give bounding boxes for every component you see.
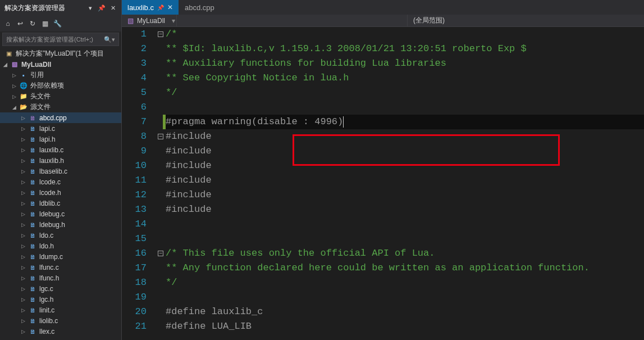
project-node[interactable]: ◢ ▧ MyLuaDll [0,59,121,70]
file-item[interactable]: ▷🗎llex.c [0,326,121,337]
file-item[interactable]: ▷🗎lauxlib.h [0,155,121,166]
code-line[interactable]: */ [166,85,644,100]
code-line[interactable]: #include [166,144,644,158]
fold-column[interactable]: −−− [156,27,166,340]
file-item[interactable]: ▷🗎ldump.c [0,251,121,262]
file-item[interactable]: ▷🗎ldebug.h [0,219,121,230]
file-item[interactable]: ▷🗎abcd.cpp [0,112,121,123]
chevron-down-icon[interactable]: ▾ [171,17,176,25]
file-item[interactable]: ▷🗎lcode.c [0,176,121,187]
file-item[interactable]: ▷🗎lauxlib.c [0,144,121,155]
file-item[interactable]: ▷🗎ldo.c [0,230,121,241]
close-icon[interactable]: ✕ [167,3,173,11]
file-item[interactable]: ▷🗎lapi.h [0,134,121,144]
code-line[interactable]: #include [166,202,644,217]
solution-icon: ▣ [4,49,13,58]
file-item[interactable]: ▷🗎lfunc.c [0,262,121,273]
code-line[interactable]: #include [166,188,644,202]
back-icon[interactable]: ↩ [16,19,25,28]
expander-icon[interactable]: ▷ [20,329,26,334]
file-item[interactable]: ▷🗎lgc.h [0,294,121,305]
expander-icon[interactable]: ▷ [11,94,17,99]
code-line[interactable]: #include [166,158,644,173]
expander-icon[interactable]: ▷ [20,275,26,281]
code-line[interactable]: ** See Copyright Notice in lua.h [166,71,644,85]
search-input[interactable]: 搜索解决方案资源管理器(Ctrl+;) 🔍 ▾ [2,33,119,46]
file-item[interactable]: ▷🗎lbaselib.c [0,166,121,176]
code-line[interactable]: /* [166,27,644,42]
code-lines[interactable]: /*** $Id: lauxlib.c,v 1.159.1.3 2008/01/… [166,27,644,340]
expander-icon[interactable]: ▷ [20,307,26,313]
headers-node[interactable]: ▷ 📁 头文件 [0,91,121,102]
expander-icon[interactable]: ▷ [20,233,26,238]
expander-icon[interactable]: ▷ [20,169,26,174]
sources-node[interactable]: ◢ 📂 源文件 [0,102,121,112]
file-item[interactable]: ▷🗎ldblib.c [0,198,121,208]
show-all-icon[interactable]: ▦ [40,19,49,28]
code-line[interactable]: #include [166,173,644,188]
code-line[interactable]: #define lauxlib_c [166,305,644,319]
expander-icon[interactable]: ▷ [20,265,26,270]
expander-icon[interactable]: ▷ [11,72,17,78]
file-item[interactable]: ▷🗎liolib.c [0,315,121,326]
code-line[interactable] [166,100,644,115]
expander-icon[interactable]: ▷ [20,243,26,249]
file-item[interactable]: ▷🗎ldo.h [0,241,121,251]
code-line[interactable]: /* This file uses only the official API … [166,246,644,261]
expander-icon[interactable]: ▷ [20,147,26,153]
code-line[interactable]: ** Any function declared here could be w… [166,261,644,275]
tab-lauxlib-c[interactable]: lauxlib.c📌✕ [122,0,179,15]
solution-toolbar: ⌂ ↩ ↻ ▦ 🔧 [0,16,121,31]
expander-icon[interactable]: ▷ [20,211,26,217]
panel-dropdown-icon[interactable]: ▾ [86,4,94,12]
expander-icon[interactable]: ▷ [20,115,26,121]
file-item[interactable]: ▷🗎lfunc.h [0,273,121,283]
expander-icon[interactable]: ▷ [20,190,26,196]
fold-toggle[interactable]: − [158,251,163,256]
expander-icon[interactable]: ▷ [20,179,26,185]
expander-icon[interactable]: ▷ [20,137,26,142]
file-item[interactable]: ▷🗎ldebug.c [0,208,121,219]
file-item[interactable]: ▷🗎lgc.c [0,283,121,294]
breadcrumb-project[interactable]: ▧ MyLuaDll [122,17,171,25]
expander-icon[interactable]: ▷ [20,318,26,324]
expander-icon[interactable]: ▷ [20,222,26,228]
expander-icon[interactable]: ▷ [11,83,17,89]
sync-icon[interactable]: ↻ [28,19,37,28]
solution-tree[interactable]: ▣ 解决方案"MyLuaDll"(1 个项目 ◢ ▧ MyLuaDll ▷ ▪ … [0,47,121,340]
code-line[interactable]: ** $Id: lauxlib.c,v 1.159.1.3 2008/01/21… [166,42,644,56]
file-item[interactable]: ▷🗎lapi.c [0,123,121,134]
expander-icon[interactable]: ▷ [20,286,26,292]
file-item[interactable]: ▷🗎linit.c [0,305,121,315]
code-line[interactable] [166,217,644,232]
code-line[interactable] [166,232,644,246]
fold-toggle[interactable]: − [158,134,163,139]
pin-icon[interactable]: 📌 [98,4,106,12]
breadcrumb-scope[interactable]: (全局范围) [408,16,445,25]
solution-node[interactable]: ▣ 解决方案"MyLuaDll"(1 个项目 [0,48,121,59]
file-label: lapi.h [39,135,56,143]
home-icon[interactable]: ⌂ [3,19,12,28]
code-line[interactable]: #pragma warning(disable : 4996) [166,115,644,129]
close-icon[interactable]: ✕ [109,4,117,12]
fold-toggle[interactable]: − [158,31,163,37]
code-line[interactable]: */ [166,275,644,290]
expander-icon[interactable]: ▷ [20,126,26,132]
expander-icon[interactable]: ▷ [20,201,26,206]
code-line[interactable] [166,290,644,305]
expander-icon[interactable]: ◢ [2,62,8,67]
code-line[interactable]: ** Auxiliary functions for building Lua … [166,56,644,71]
expander-icon[interactable]: ▷ [20,254,26,260]
references-node[interactable]: ▷ ▪ 引用 [0,70,121,80]
expander-icon[interactable]: ▷ [20,297,26,302]
code-line[interactable]: #include [166,129,644,144]
expander-icon[interactable]: ▷ [20,158,26,164]
code-editor[interactable]: 123456789101112131415161718192021 −−− /*… [122,27,644,340]
properties-icon[interactable]: 🔧 [53,19,62,28]
code-line[interactable]: #define LUA_LIB [166,319,644,334]
pin-icon[interactable]: 📌 [157,4,164,11]
external-deps-node[interactable]: ▷ 🌐 外部依赖项 [0,80,121,91]
file-item[interactable]: ▷🗎lcode.h [0,187,121,198]
tab-abcd-cpp[interactable]: abcd.cpp [179,0,220,15]
expander-icon[interactable]: ◢ [11,105,17,110]
